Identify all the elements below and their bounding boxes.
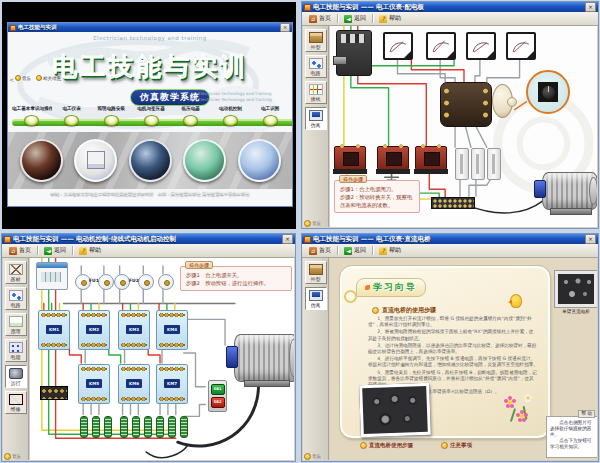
sidebar-item-wiring[interactable]: 接线 (305, 81, 327, 104)
home-button[interactable]: ⌂首页 (5, 245, 35, 256)
sidebar: 外型 仿真 (303, 258, 329, 460)
switch-ceramic-handle[interactable] (492, 84, 513, 118)
contactor: KM4 (156, 310, 188, 350)
simulation-canvas: FU1 FU2 KM1 KM2 KM3 KM4 KM5 KM6 KM7 SB1 … (30, 258, 294, 460)
music-toggle[interactable]: 音乐 (4, 453, 21, 460)
sidebar-item-circuit[interactable]: 电路 (305, 55, 327, 78)
window-titlebar[interactable]: 电工技能与实训 —— 电动机控制·绕线式电动机启动控制 × (2, 234, 295, 244)
menu-item-motor-control[interactable]: 电动机控制 (211, 106, 251, 111)
back-button[interactable]: ◄返回 (340, 13, 370, 24)
music-icon (304, 453, 311, 460)
bridge-face (558, 274, 594, 304)
sidebar-item-appearance[interactable]: 外型 (305, 261, 327, 284)
guide-canvas: 学习向导 直流电桥的使用步骤 1、测量前先打开检流计锁扣，即将 G 接线柱处的金… (330, 258, 597, 460)
contactor: KM3 (118, 310, 150, 350)
device-thumbnail-image[interactable] (554, 270, 597, 308)
sidebar-item-run[interactable]: 运行 (5, 365, 27, 388)
menu-node-button[interactable] (223, 115, 238, 126)
menu-item-lowvoltage[interactable]: 低压电器 (171, 106, 211, 111)
music-icon (304, 220, 311, 227)
contactor-nameplate: KM4 (164, 325, 180, 334)
menu-node-button[interactable] (24, 115, 39, 126)
fuse-label-fu2: FU2 (129, 278, 139, 283)
help-icon: ? (379, 15, 387, 23)
guide-step: 3、估计待测电阻阻值，以便选择合适的比率臂与比较臂。选择比较臂时，最好能使比较臂… (368, 343, 538, 355)
menu-item-diagram-reading[interactable]: 电工识图 (250, 106, 290, 111)
menu-item-motors-transformers[interactable]: 电机与变压器 (131, 106, 171, 111)
back-label: 返回 (54, 246, 66, 255)
close-button[interactable]: × (585, 2, 596, 12)
contactor-nameplate: KM7 (164, 379, 180, 388)
window-title: 电工技能与实训 (18, 23, 278, 32)
fuse-label-fu1: FU1 (89, 278, 99, 283)
menu-item-basics[interactable]: 电工基本常识与操作 (12, 106, 52, 111)
menu-node-button[interactable] (263, 115, 278, 126)
menu-node-button[interactable] (183, 115, 198, 126)
sidebar-item-principle[interactable]: 原理 (5, 313, 27, 336)
section-heading-text: 直流电桥的使用步骤 (382, 306, 436, 315)
menu-item-meters[interactable]: 电工仪表 (52, 106, 92, 111)
knife-switch[interactable] (336, 30, 372, 76)
sidebar-label: 电路 (311, 70, 321, 76)
back-button[interactable]: ◄返回 (40, 245, 70, 256)
back-button[interactable]: ◄返回 (340, 245, 370, 256)
sidebar-item-appearance[interactable]: 外型 (305, 29, 327, 52)
repair-icon (9, 394, 23, 405)
sidebar-item-equipment[interactable]: 器材 (5, 261, 27, 284)
home-button[interactable]: ⌂首页 (305, 245, 335, 256)
sidebar-item-simulation[interactable]: 仿真 (305, 287, 327, 310)
rotary-changeover-switch[interactable] (440, 82, 492, 127)
help-button[interactable]: ?帮助 (75, 245, 105, 256)
help-button[interactable]: ?帮助 (375, 13, 405, 24)
sidebar-item-repair[interactable]: 维修 (5, 391, 27, 414)
panel-learning-guide: 电工技能与实训 —— 电工仪表·直流电桥 × ⌂首页 ◄返回 ?帮助 外型 仿真 (301, 233, 599, 462)
splash-titlebar[interactable]: 电工技能与实训 × (8, 23, 292, 32)
music-toggle[interactable]: 音乐 (304, 453, 321, 460)
music-toggle[interactable]: 音乐 (304, 220, 321, 227)
terminal-screws (443, 87, 450, 122)
device-thumbnail[interactable]: 单臂直流电桥 (554, 270, 597, 314)
sidebar-item-simulation[interactable]: 仿真 (305, 107, 327, 130)
analog-meter-1 (383, 32, 413, 60)
link-usage-steps[interactable]: 直流电桥使用步骤 (360, 442, 413, 449)
fuse-unit-2 (471, 148, 485, 180)
back-icon: ◄ (344, 247, 352, 255)
start-button[interactable]: SB1 (211, 384, 225, 395)
switch-knob-zoom[interactable] (542, 86, 555, 99)
sidebar-item-circuit[interactable]: 电路 (5, 287, 27, 310)
package-icon (309, 32, 323, 43)
product-photo-cables (20, 139, 63, 182)
close-button[interactable]: × (585, 234, 596, 244)
splash-content: Electrician technology and training < 音乐… (8, 32, 292, 204)
close-button[interactable]: × (280, 23, 290, 32)
guide-step: 1、测量前先打开检流计锁扣，即将 G 接线柱处的金属锁片由“内接”拨到“外接”，… (368, 316, 538, 328)
window-titlebar[interactable]: 电工技能与实训 —— 电工仪表·直流电桥 × (302, 234, 598, 244)
fuse-5 (158, 274, 174, 290)
close-button[interactable]: × (282, 234, 293, 244)
analog-meter-2 (426, 32, 456, 60)
sidebar-item-panel-box[interactable]: 电箱 (5, 339, 27, 362)
menu-item-lighting[interactable]: 照明电路安装 (91, 106, 131, 111)
guide-step: 2、将被测电阻用较粗短的导线接于面板上标有“RX”的两接线柱上并拧紧，使其处于良… (368, 329, 538, 341)
home-label: 首页 (319, 246, 331, 255)
home-label: 首页 (319, 14, 331, 23)
music-label: 音乐 (312, 221, 321, 226)
stop-button[interactable]: SB2 (211, 397, 225, 408)
menu-node-button[interactable] (104, 115, 119, 126)
music-label: 音乐 (312, 454, 321, 459)
help-button[interactable]: ?帮助 (375, 245, 405, 256)
menu-node-button[interactable] (64, 115, 79, 126)
bullet-icon (441, 442, 448, 449)
toolbar-separator (372, 246, 373, 255)
help-note-line: 点击下方按钮可学习相关知识。 (550, 438, 594, 450)
product-photo-meter (74, 139, 117, 182)
window-titlebar[interactable]: 电工技能与实训 —— 电工仪表·配电板 × (302, 2, 598, 12)
circuit-breaker[interactable] (36, 262, 68, 290)
menu-node-button[interactable] (144, 115, 159, 126)
home-button[interactable]: ⌂首页 (305, 13, 335, 24)
sidebar: 外型 电路 接线 仿真 (303, 26, 329, 227)
link-precautions[interactable]: 注意事项 (441, 442, 472, 449)
app-icon (304, 4, 311, 11)
home-icon: ⌂ (309, 247, 317, 255)
current-transformer-2 (377, 146, 409, 170)
